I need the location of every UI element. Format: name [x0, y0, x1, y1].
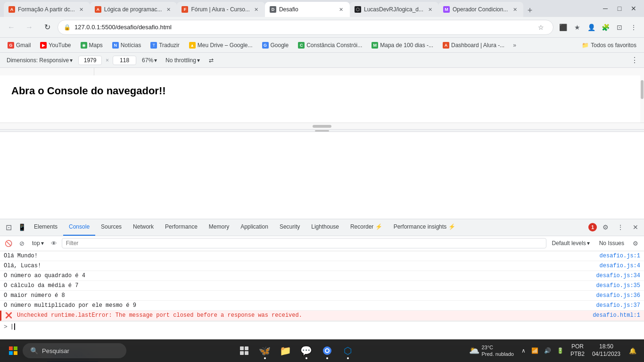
- taskbar-app-scarab[interactable]: 🦋: [256, 341, 274, 360]
- taskbar-app-chrome[interactable]: [318, 341, 337, 360]
- bookmarks-folder[interactable]: 📁 Todos os favoritos: [578, 40, 640, 51]
- network-icon[interactable]: 📶: [529, 346, 540, 355]
- reload-button[interactable]: ↻: [40, 20, 55, 35]
- console-link-7[interactable]: desafio.html:1: [593, 312, 640, 319]
- console-text-2: Olá, Lucas!: [4, 263, 41, 269]
- bookmark-dashboard[interactable]: A Dashboard | Alura -...: [439, 40, 508, 51]
- tab-close-1[interactable]: ✕: [78, 6, 85, 13]
- split-screen-icon[interactable]: ⊡: [613, 21, 626, 34]
- cast-icon[interactable]: ⬛: [556, 21, 570, 34]
- bookmark-mapa[interactable]: M Mapa de 100 dias -...: [368, 40, 437, 51]
- console-link-6[interactable]: desafio.js:37: [596, 302, 640, 309]
- console-cursor[interactable]: |: [10, 323, 15, 330]
- console-link-5[interactable]: desafio.js:36: [596, 292, 640, 299]
- throttle-select[interactable]: No throttling ▾: [163, 56, 203, 65]
- tab-network[interactable]: Network: [127, 219, 159, 236]
- console-settings-button[interactable]: ⚙: [630, 238, 641, 249]
- more-bookmarks-button[interactable]: »: [510, 41, 519, 49]
- bookmark-icon[interactable]: ★: [570, 21, 584, 34]
- rotate-button[interactable]: ⇄: [206, 55, 217, 66]
- tab-elements[interactable]: Elements: [28, 219, 63, 236]
- tab-close-2[interactable]: ✕: [165, 6, 172, 13]
- bookmark-noticias[interactable]: N Notícias: [108, 40, 145, 51]
- dimensions-select[interactable]: Dimensions: Responsive ▾: [4, 56, 75, 65]
- tray-chevron[interactable]: ∧: [520, 346, 528, 355]
- weather-widget[interactable]: 🌥️ 23°C Pred. nublado: [465, 343, 518, 359]
- width-input[interactable]: [78, 56, 102, 65]
- start-button[interactable]: [4, 341, 23, 360]
- bookmark-google[interactable]: G Google: [258, 40, 293, 51]
- new-tab-button[interactable]: +: [523, 4, 537, 17]
- maximize-button[interactable]: □: [613, 2, 626, 15]
- systray-time[interactable]: POR PTB2: [568, 342, 587, 359]
- split-divider[interactable]: [0, 129, 644, 132]
- console-link-4[interactable]: desafio.js:35: [596, 282, 640, 289]
- eye-button[interactable]: 👁: [49, 238, 60, 249]
- task-view-button[interactable]: [235, 341, 254, 360]
- levels-select[interactable]: Default levels ▾: [548, 239, 594, 247]
- forward-button[interactable]: →: [22, 20, 37, 35]
- devtools-inspect-icon[interactable]: ⊡: [2, 221, 15, 234]
- devtools-device-icon[interactable]: 📱: [15, 221, 28, 234]
- bookmark-maps[interactable]: ◉ Maps: [77, 40, 107, 51]
- volume-icon[interactable]: 🔊: [542, 346, 553, 355]
- zoom-select[interactable]: 67% ▾: [139, 56, 160, 65]
- tab-lighthouse[interactable]: Lighthouse: [305, 219, 345, 236]
- browser-tab-2[interactable]: A Lógica de programac... ✕: [90, 2, 177, 17]
- responsive-menu-button[interactable]: ⋮: [629, 55, 640, 66]
- bookmark-traduzir[interactable]: T Traduzir: [147, 40, 183, 51]
- devtools-close-icon[interactable]: ✕: [629, 221, 642, 234]
- console-output[interactable]: Olá Mundo! desafio.js:1 Olá, Lucas! desa…: [0, 251, 644, 347]
- tab-sources[interactable]: Sources: [95, 219, 127, 236]
- context-select[interactable]: top ▾: [29, 239, 47, 247]
- browser-tab-6[interactable]: M Operador Condicion... ✕: [438, 2, 523, 17]
- console-link-2[interactable]: desafio.js:4: [600, 263, 640, 269]
- search-bar[interactable]: 🔍 Pesquisar: [23, 343, 126, 358]
- back-button[interactable]: ←: [4, 20, 19, 35]
- taskbar-app-discord[interactable]: 💬: [297, 341, 316, 360]
- lang-display: POR: [570, 343, 585, 351]
- window-controls: ─ □ ✕: [599, 2, 640, 15]
- filter-icon[interactable]: ⊘: [16, 238, 27, 249]
- tab-security[interactable]: Security: [274, 219, 305, 236]
- bookmark-star-icon[interactable]: ☆: [534, 21, 547, 34]
- bookmark-youtube[interactable]: ▶ YouTube: [36, 40, 74, 51]
- taskbar-app-vscode[interactable]: ⬡: [339, 341, 357, 360]
- console-filter-input[interactable]: [62, 238, 546, 248]
- menu-icon[interactable]: ⋮: [627, 21, 640, 34]
- bookmark-drive[interactable]: ▲ Meu Drive – Google...: [185, 40, 256, 51]
- tab-performance-insights[interactable]: Performance insights ⚡: [388, 219, 461, 236]
- taskbar-app-files[interactable]: 📁: [276, 341, 295, 360]
- tab-close-6[interactable]: ✕: [511, 6, 519, 13]
- tab-performance[interactable]: Performance: [159, 219, 203, 236]
- notification-button[interactable]: 🔔: [625, 343, 640, 358]
- bookmark-constancia[interactable]: C Constância Constrói...: [294, 40, 366, 51]
- address-input[interactable]: 🔒 127.0.0.1:5500/desafio/desafio.html ☆: [58, 20, 553, 35]
- tab-close-3[interactable]: ✕: [253, 6, 260, 13]
- tab-close-4[interactable]: ✕: [338, 6, 345, 13]
- bookmark-label-mapa: Mapa de 100 dias -...: [380, 42, 433, 49]
- browser-tab-1[interactable]: A Formação A partir dc... ✕: [4, 2, 90, 17]
- bookmark-gmail[interactable]: G Gmail: [4, 40, 34, 51]
- profile-icon[interactable]: 👤: [585, 21, 598, 34]
- console-link-1[interactable]: desafio.js:1: [600, 253, 640, 259]
- tab-console[interactable]: Console: [63, 219, 95, 236]
- browser-tab-5[interactable]: ⬡ LucasDevRJ/logica_d... ✕: [350, 2, 438, 17]
- browser-tab-4[interactable]: D Desafio ✕: [265, 2, 350, 17]
- error-icon-7: ❌: [5, 312, 12, 319]
- tab-application[interactable]: Application: [235, 219, 274, 236]
- tab-close-5[interactable]: ✕: [426, 6, 434, 13]
- tab-memory[interactable]: Memory: [203, 219, 235, 236]
- tab-recorder[interactable]: Recorder ⚡: [345, 219, 388, 236]
- devtools-menu-icon[interactable]: ⋮: [614, 221, 627, 234]
- minimize-button[interactable]: ─: [599, 2, 612, 15]
- browser-tab-3[interactable]: F Fórum | Alura - Curso... ✕: [177, 2, 264, 17]
- close-button[interactable]: ✕: [627, 2, 640, 15]
- settings-icon[interactable]: ⚙: [599, 221, 612, 234]
- battery-icon[interactable]: 🔋: [555, 346, 566, 355]
- datetime-display[interactable]: 18:50 04/11/2023: [589, 342, 623, 359]
- height-input[interactable]: [113, 56, 136, 65]
- console-link-3[interactable]: desafio.js:34: [596, 272, 640, 279]
- clear-console-button[interactable]: 🚫: [3, 238, 14, 249]
- extensions-icon[interactable]: 🧩: [599, 21, 612, 34]
